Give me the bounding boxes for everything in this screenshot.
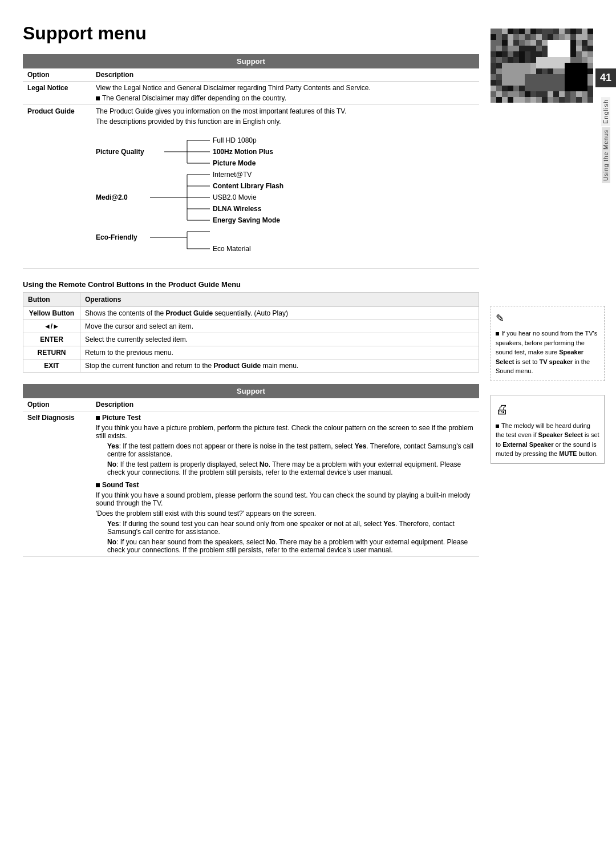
remote-col-button: Button bbox=[23, 293, 80, 307]
table-row: Product Guide The Product Guide gives yo… bbox=[23, 105, 479, 269]
table-row: ◄/► Move the cursor and select an item. bbox=[23, 320, 479, 333]
remote-button-yellow: Yellow Button bbox=[23, 307, 80, 320]
option-legal-notice: Legal Notice bbox=[23, 82, 91, 105]
support-table-2: Support Option Description Self Diagnosi… bbox=[23, 384, 479, 557]
note-icon-2: 🖨 bbox=[496, 400, 599, 419]
table-row: Yellow Button Shows the contents of the … bbox=[23, 307, 479, 320]
table-header-row: Support bbox=[23, 54, 479, 68]
table-row: Self Diagnosis Picture Test If you think… bbox=[23, 411, 479, 557]
tv-canvas bbox=[491, 29, 593, 103]
diagram-right-1: Full HD 1080p bbox=[213, 136, 257, 144]
diagram-right-9: Eco Material bbox=[213, 245, 251, 253]
picture-test-desc: If you think you have a picture problem,… bbox=[96, 424, 475, 440]
diagram-right-5: Content Library Flash bbox=[213, 182, 283, 190]
diagram-right-4: Internet@TV bbox=[213, 171, 252, 179]
sound-test-no: No: If you can hear sound from the speak… bbox=[96, 538, 475, 554]
support-table-1: Support Option Description Legal Notice … bbox=[23, 54, 479, 269]
remote-button-exit: EXIT bbox=[23, 359, 80, 373]
note-box-1: ✎ If you hear no sound from the TV's spe… bbox=[491, 306, 605, 381]
bullet-icon bbox=[496, 332, 499, 335]
main-content: Support menu Support Option Description … bbox=[23, 23, 491, 568]
page-number: 41 bbox=[595, 68, 616, 87]
sound-test-header: Sound Test bbox=[96, 481, 475, 489]
note-icon-1: ✎ bbox=[496, 311, 599, 326]
right-sidebar: ✎ If you hear no sound from the TV's spe… bbox=[491, 23, 605, 568]
picture-test-no: No: If the test pattern is properly disp… bbox=[96, 460, 475, 476]
vertical-labels: English Using the Menus bbox=[595, 97, 616, 183]
sound-test-desc: If you think you have a sound problem, p… bbox=[96, 491, 475, 507]
page-title: Support menu bbox=[23, 23, 479, 44]
bullet-icon bbox=[96, 483, 100, 487]
col-option-2: Option bbox=[23, 398, 91, 411]
diagram-label-medi: Medi@2.0 bbox=[96, 193, 128, 201]
diagram-right-3: Picture Mode bbox=[213, 159, 256, 167]
remote-header-row: Button Operations bbox=[23, 293, 479, 307]
note-box-2: 🖨 The melody will be heard during the te… bbox=[491, 395, 605, 464]
product-guide-diagram: Picture Quality Medi@2.0 Eco-Friendly bbox=[96, 130, 475, 261]
col-header-row: Option Description bbox=[23, 68, 479, 82]
diagram-right-8: Energy Saving Mode bbox=[213, 216, 280, 224]
support-header-2: Support bbox=[23, 384, 479, 398]
label-english: English bbox=[601, 97, 610, 126]
diagram-right-7: DLNA Wireless bbox=[213, 205, 262, 213]
diagram-label-picture: Picture Quality bbox=[96, 148, 144, 156]
table-row: RETURN Return to the previous menu. bbox=[23, 346, 479, 359]
table-header-row-2: Support bbox=[23, 384, 479, 398]
sound-test-question: 'Does the problem still exist with this … bbox=[96, 510, 475, 518]
col-option: Option bbox=[23, 68, 91, 82]
table-row: Legal Notice View the Legal Notice and G… bbox=[23, 82, 479, 105]
table-row: EXIT Stop the current function and retur… bbox=[23, 359, 479, 373]
remote-button-enter: ENTER bbox=[23, 333, 80, 346]
col-header-row-2: Option Description bbox=[23, 398, 479, 411]
col-description-2: Description bbox=[91, 398, 479, 411]
remote-button-arrows: ◄/► bbox=[23, 320, 80, 333]
option-self-diagnosis: Self Diagnosis bbox=[23, 411, 91, 557]
desc-legal-notice: View the Legal Notice and General Discla… bbox=[91, 82, 479, 105]
page-container: Support menu Support Option Description … bbox=[0, 0, 616, 591]
diagram-right-6: USB2.0 Movie bbox=[213, 193, 257, 201]
product-guide-line-1: The Product Guide gives you information … bbox=[96, 107, 475, 115]
desc-self-diagnosis: Picture Test If you think you have a pic… bbox=[91, 411, 479, 557]
diagram-right-2: 100Hz Motion Plus bbox=[213, 148, 273, 156]
remote-op-exit: Stop the current function and return to … bbox=[80, 359, 479, 373]
option-product-guide: Product Guide bbox=[23, 105, 91, 269]
remote-table: Button Operations Yellow Button Shows th… bbox=[23, 292, 479, 373]
col-description: Description bbox=[91, 68, 479, 82]
desc-product-guide: The Product Guide gives you information … bbox=[91, 105, 479, 269]
remote-section-title: Using the Remote Control Buttons in the … bbox=[23, 280, 479, 289]
label-using-menus: Using the Menus bbox=[602, 127, 610, 183]
desc-line-2: The General Disclaimer may differ depend… bbox=[96, 94, 475, 102]
remote-op-enter: Select the currently selected item. bbox=[80, 333, 479, 346]
remote-op-yellow: Shows the contents of the Product Guide … bbox=[80, 307, 479, 320]
bullet-icon bbox=[96, 96, 100, 100]
remote-op-arrows: Move the cursor and select an item. bbox=[80, 320, 479, 333]
diagram-svg: Picture Quality Medi@2.0 Eco-Friendly bbox=[96, 130, 381, 261]
tv-image-box bbox=[491, 29, 593, 103]
sound-test-yes: Yes: If during the sound test you can he… bbox=[96, 520, 475, 536]
remote-op-return: Return to the previous menu. bbox=[80, 346, 479, 359]
remote-button-return: RETURN bbox=[23, 346, 80, 359]
note-2-text: The melody will be heard during the test… bbox=[496, 421, 599, 459]
picture-test-yes: Yes: If the test pattern does not appear… bbox=[96, 442, 475, 458]
diagram-label-eco: Eco-Friendly bbox=[96, 233, 137, 241]
table-row: ENTER Select the currently selected item… bbox=[23, 333, 479, 346]
picture-test-header: Picture Test bbox=[96, 414, 475, 422]
note-1-text: If you hear no sound from the TV's speak… bbox=[496, 329, 599, 376]
bullet-icon bbox=[96, 416, 100, 420]
product-guide-line-2: The descriptions provided by this functi… bbox=[96, 118, 475, 126]
remote-col-operations: Operations bbox=[80, 293, 479, 307]
desc-line-1: View the Legal Notice and General Discla… bbox=[96, 84, 475, 92]
support-header: Support bbox=[23, 54, 479, 68]
bullet-icon bbox=[496, 424, 499, 428]
